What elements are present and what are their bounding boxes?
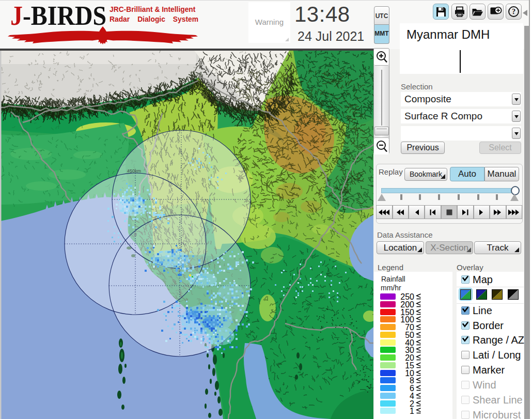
svg-text:450km: 450km [127, 168, 141, 174]
svg-text:?: ? [512, 7, 515, 15]
